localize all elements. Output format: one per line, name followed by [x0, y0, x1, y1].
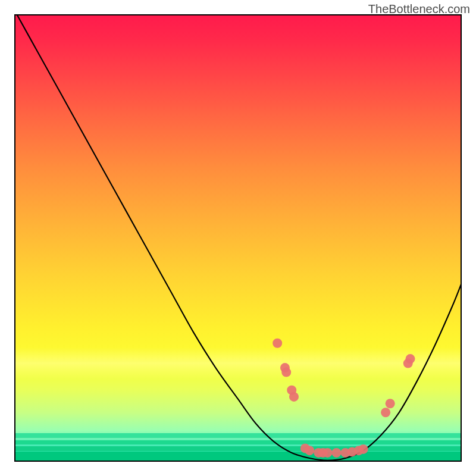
chart-background-gradient: [14, 14, 462, 462]
green-stripe-2: [14, 440, 462, 445]
green-base: [14, 452, 462, 462]
chart-plot-area: [14, 14, 462, 462]
green-stripe-1: [14, 433, 462, 438]
green-stripe-3: [14, 446, 462, 451]
yellow-glow-band: [14, 347, 462, 379]
watermark-text: TheBottleneck.com: [368, 2, 470, 16]
